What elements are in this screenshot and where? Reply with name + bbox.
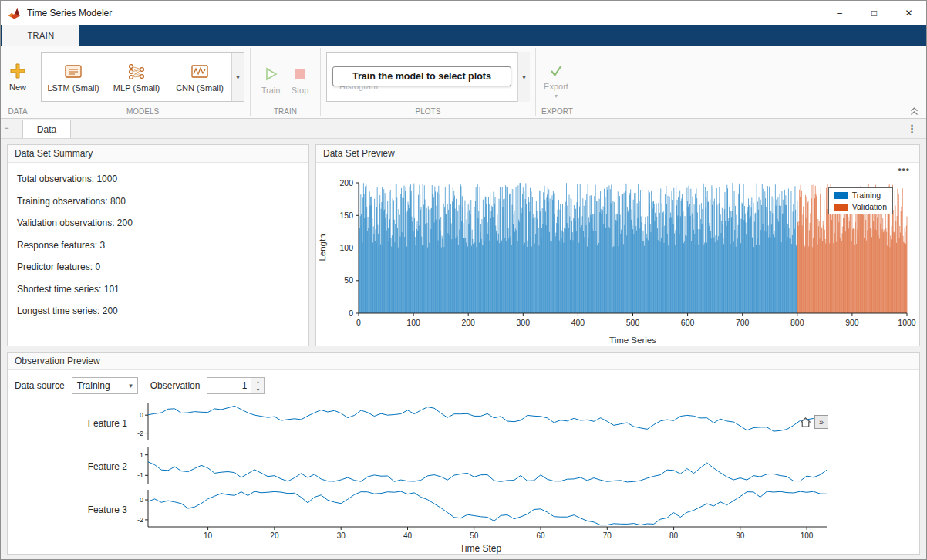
model-label: LSTM (Small) <box>47 83 99 93</box>
caret-down-icon: ▾ <box>257 388 259 391</box>
document-actions-icon[interactable]: ⋮ <box>898 119 926 138</box>
summary-line: Longest time series: 200 <box>17 305 299 316</box>
data-set-preview-panel: Data Set Preview ••• 0100200300400500600… <box>315 144 920 346</box>
section-label-models: MODELS <box>41 105 244 118</box>
caret-down-icon: ▾ <box>236 73 240 81</box>
ribbon-section-models: LSTM (Small) MLP (Small) <box>35 46 250 118</box>
play-icon <box>262 66 279 83</box>
close-button[interactable]: ✕ <box>892 1 926 25</box>
svg-text:1000: 1000 <box>898 318 916 327</box>
svg-text:400: 400 <box>571 318 585 327</box>
ribbon-section-export: Export ▾ EXPORT <box>536 46 578 118</box>
section-label-export: EXPORT <box>541 105 573 118</box>
svg-text:600: 600 <box>681 318 695 327</box>
data-source-select[interactable]: Training ▾ <box>72 377 138 394</box>
svg-text:-1: -1 <box>137 471 143 479</box>
expand-tools-button[interactable]: » <box>814 415 828 429</box>
svg-text:-2: -2 <box>137 516 143 524</box>
observation-stepper: ▴ ▾ <box>251 377 265 394</box>
matlab-logo-icon <box>8 7 21 20</box>
model-mlp-small[interactable]: MLP (Small) <box>105 53 168 101</box>
lstm-icon <box>63 62 83 81</box>
data-set-preview-title: Data Set Preview <box>323 148 395 159</box>
chart-options-icon[interactable]: ••• <box>898 164 910 175</box>
observation-label: Observation <box>150 380 201 391</box>
observation-chart: 0-21-10-2102030405060708090100 <box>131 402 830 542</box>
training-swatch <box>834 192 848 199</box>
ribbon: New DATA LSTM (Small) <box>1 46 926 119</box>
svg-text:40: 40 <box>403 531 413 540</box>
observation-increment-button[interactable]: ▴ <box>251 378 264 386</box>
x-axis-label: Time Series <box>359 336 907 345</box>
svg-text:200: 200 <box>461 318 475 327</box>
summary-line: Training observations: 800 <box>17 196 299 207</box>
legend-row-validation: Validation <box>834 202 887 211</box>
y-axis-label: Length <box>318 234 327 261</box>
svg-text:30: 30 <box>337 531 346 540</box>
models-gallery-expand-button[interactable]: ▾ <box>231 53 244 101</box>
select-caret-icon: ▾ <box>129 382 133 390</box>
time-step-label: Time Step <box>131 543 830 554</box>
title-bar: Time Series Modeler – □ ✕ <box>1 1 926 25</box>
plots-gallery-expand-button[interactable]: ▾ <box>517 52 530 102</box>
tab-data[interactable]: Data <box>22 120 71 138</box>
new-session-button[interactable]: New <box>6 62 29 92</box>
ribbon-section-train: Train Stop TRAIN <box>251 46 320 118</box>
axes-toolbar: » <box>799 415 828 429</box>
collapse-ribbon-icon[interactable] <box>909 106 919 116</box>
observation-input[interactable] <box>207 377 251 394</box>
model-cnn-small[interactable]: CNN (Small) <box>168 53 231 101</box>
data-source-value: Training <box>77 380 110 391</box>
stop-button[interactable]: Stop <box>285 59 315 95</box>
chart-legend[interactable]: Training Validation <box>828 187 893 214</box>
svg-text:150: 150 <box>339 211 353 220</box>
svg-text:500: 500 <box>626 318 640 327</box>
svg-text:100: 100 <box>801 531 814 540</box>
export-button[interactable]: Export ▾ <box>541 57 571 98</box>
model-label: CNN (Small) <box>176 83 224 93</box>
ribbon-section-plots: Histogram Train the model to select plot… <box>321 46 535 118</box>
svg-text:200: 200 <box>339 178 353 187</box>
model-lstm-small[interactable]: LSTM (Small) <box>42 53 105 101</box>
svg-text:100: 100 <box>406 318 420 327</box>
maximize-button[interactable]: □ <box>857 1 892 25</box>
new-plus-icon <box>9 62 26 79</box>
plots-tooltip: Train the model to select plots <box>332 66 511 86</box>
section-label-data: DATA <box>6 105 29 118</box>
svg-text:0: 0 <box>349 309 353 318</box>
svg-text:20: 20 <box>270 531 279 540</box>
export-label: Export <box>544 82 568 91</box>
tab-train[interactable]: TRAIN <box>2 25 79 46</box>
validation-swatch <box>834 204 848 211</box>
observation-preview-title: Observation Preview <box>15 356 100 366</box>
stop-label: Stop <box>292 86 309 95</box>
feature-1-label: Feature 1 <box>8 402 131 445</box>
cnn-icon <box>190 62 210 81</box>
minimize-button[interactable]: – <box>822 1 857 25</box>
model-label: MLP (Small) <box>113 83 160 93</box>
models-gallery: LSTM (Small) MLP (Small) <box>41 52 244 102</box>
svg-text:50: 50 <box>470 531 479 540</box>
svg-text:90: 90 <box>736 531 745 540</box>
observation-preview-body: Data source Training ▾ Observation ▴ ▾ <box>8 370 919 554</box>
data-source-label: Data source <box>15 380 65 391</box>
observation-decrement-button[interactable]: ▾ <box>251 386 264 394</box>
feature-labels: Feature 1 Feature 2 Feature 3 <box>8 402 131 542</box>
legend-label-training: Training <box>852 191 881 200</box>
svg-text:0: 0 <box>140 411 143 419</box>
data-set-summary-title: Data Set Summary <box>15 148 93 159</box>
document-tab-bar: ≡ Data ⋮ <box>1 119 926 139</box>
summary-line: Response features: 3 <box>17 240 299 251</box>
summary-line: Validation observations: 200 <box>17 218 299 228</box>
home-icon[interactable] <box>799 416 812 429</box>
svg-text:50: 50 <box>344 275 353 285</box>
window-title: Time Series Modeler <box>27 8 112 19</box>
train-button[interactable]: Train <box>256 59 285 95</box>
data-set-preview-body: ••• 010020030040050060070080090010000501… <box>316 163 919 347</box>
ribbon-section-data: New DATA <box>1 46 35 118</box>
feature-3-label: Feature 3 <box>8 488 131 531</box>
observation-preview-panel: Observation Preview Data source Training… <box>7 352 920 555</box>
stop-icon <box>292 66 308 83</box>
train-label: Train <box>261 86 281 95</box>
data-set-summary-panel: Data Set Summary Total observations: 100… <box>7 144 309 346</box>
